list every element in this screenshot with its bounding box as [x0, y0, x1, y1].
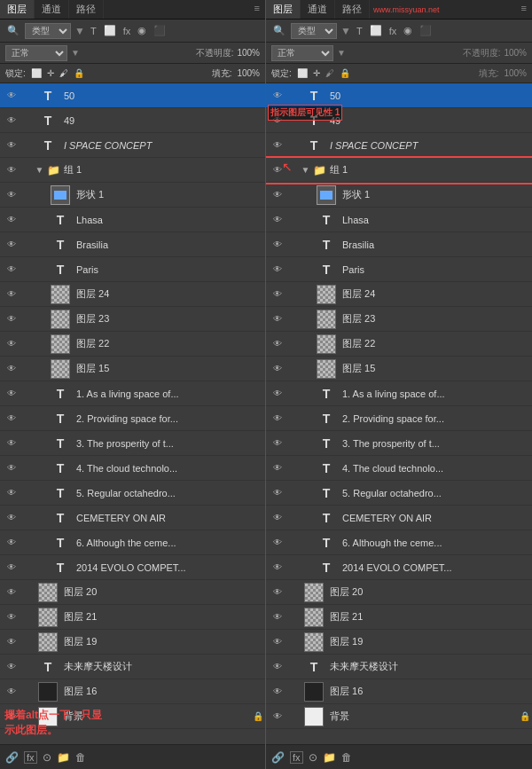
- layer-visibility-toggle[interactable]: 👁: [2, 314, 21, 324]
- layer-item[interactable]: 👁TParis: [266, 257, 532, 282]
- layer-visibility-toggle[interactable]: 👁: [2, 190, 21, 200]
- right-tool-fx[interactable]: fx: [387, 25, 399, 37]
- layer-visibility-toggle[interactable]: 👁: [2, 587, 21, 597]
- left-padlock-icon[interactable]: 🔒: [74, 68, 84, 78]
- layer-visibility-toggle[interactable]: 👁: [268, 662, 287, 671]
- layer-item[interactable]: 👁图层 22: [266, 332, 532, 357]
- right-brush-icon[interactable]: 🖌: [325, 68, 334, 78]
- layer-item[interactable]: 👁TBrasilia: [266, 232, 532, 257]
- layer-visibility-toggle[interactable]: 👁: [268, 339, 287, 349]
- layer-visibility-toggle[interactable]: 👁: [268, 90, 287, 100]
- layer-visibility-toggle[interactable]: 👁: [2, 562, 21, 572]
- right-footer-circle[interactable]: ⊙: [309, 751, 317, 764]
- layer-visibility-toggle[interactable]: 👁: [2, 662, 21, 671]
- right-tool-rect[interactable]: ⬜: [368, 24, 384, 37]
- layer-item[interactable]: 👁背景🔒: [0, 704, 265, 729]
- layer-visibility-toggle[interactable]: 👁: [268, 637, 287, 647]
- layer-item[interactable]: 👁背景🔒: [266, 704, 532, 729]
- left-move-icon[interactable]: ✛: [47, 68, 54, 78]
- layer-visibility-toggle[interactable]: 👁: [2, 612, 21, 622]
- group-expand-arrow[interactable]: ▼: [301, 165, 310, 175]
- left-tab-channels[interactable]: 通道: [35, 0, 69, 19]
- right-tool-T[interactable]: T: [355, 25, 364, 37]
- left-footer-link[interactable]: 🔗: [5, 751, 19, 764]
- left-brush-icon[interactable]: 🖌: [59, 68, 68, 78]
- layer-item[interactable]: 👁T2. Providing space for...: [0, 406, 265, 431]
- right-tab-layers[interactable]: 图层: [266, 0, 301, 19]
- layer-visibility-toggle[interactable]: 👁: [268, 513, 287, 522]
- layer-visibility-toggle[interactable]: 👁: [2, 687, 21, 696]
- layer-item[interactable]: 👁TBrasilia: [0, 232, 265, 257]
- layer-item[interactable]: 👁图层 19: [0, 630, 265, 655]
- layer-item[interactable]: 👁TLhasa: [266, 208, 532, 232]
- layer-visibility-toggle[interactable]: 👁: [2, 165, 21, 175]
- layer-visibility-toggle[interactable]: 👁: [268, 413, 287, 423]
- left-tool-rect[interactable]: ⬜: [102, 24, 118, 37]
- layer-visibility-toggle[interactable]: 👁: [2, 140, 21, 150]
- layer-item[interactable]: 👁图层 21: [0, 605, 265, 630]
- layer-item[interactable]: 👁T未来摩天楼设计: [266, 655, 532, 679]
- layer-visibility-toggle[interactable]: 👁: [268, 488, 287, 498]
- right-blend-mode[interactable]: 正常: [271, 45, 333, 61]
- layer-visibility-toggle[interactable]: 👁: [2, 90, 21, 100]
- right-tab-channels[interactable]: 通道: [301, 0, 335, 19]
- layer-visibility-toggle[interactable]: 👁: [2, 339, 21, 349]
- left-tool-fx[interactable]: fx: [121, 25, 133, 37]
- layer-visibility-toggle[interactable]: 👁: [2, 538, 21, 547]
- layer-item[interactable]: 👁图层 22: [0, 332, 265, 357]
- layer-item[interactable]: 👁形状 1: [0, 183, 265, 208]
- layer-item[interactable]: 👁图层 24: [266, 282, 532, 307]
- layer-item[interactable]: 👁T50: [266, 83, 532, 108]
- layer-item[interactable]: 👁图层 23: [0, 307, 265, 332]
- right-move-icon[interactable]: ✛: [313, 68, 320, 78]
- layer-visibility-toggle[interactable]: 👁: [268, 538, 287, 547]
- layer-visibility-toggle[interactable]: 👁: [2, 388, 21, 398]
- left-type-selector[interactable]: 类型: [25, 23, 71, 39]
- layer-visibility-toggle[interactable]: 👁: [268, 190, 287, 200]
- right-tool-square[interactable]: ⬛: [418, 24, 434, 37]
- left-tool-square[interactable]: ⬛: [152, 24, 168, 37]
- layer-item[interactable]: 👁图层 15: [266, 357, 532, 381]
- right-footer-fx[interactable]: fx: [290, 751, 303, 764]
- layer-visibility-toggle[interactable]: 👁: [268, 388, 287, 398]
- layer-item[interactable]: 👁图层 20: [0, 580, 265, 605]
- layer-item[interactable]: 👁T49: [0, 108, 265, 133]
- layer-item[interactable]: 👁T50: [0, 83, 265, 108]
- left-blend-mode[interactable]: 正常: [5, 45, 67, 61]
- layer-item[interactable]: 👁T3. The prosperity of t...: [266, 431, 532, 456]
- layer-visibility-toggle[interactable]: 👁: [2, 289, 21, 299]
- right-layers-list[interactable]: 👁T50👁T49👁TI SPACE CONCEPT👁▼📁组 1群组同样适用↖👁形…: [266, 83, 532, 744]
- layer-visibility-toggle[interactable]: 👁: [2, 463, 21, 473]
- layer-item[interactable]: 👁▼📁组 1: [0, 158, 265, 183]
- layer-visibility-toggle[interactable]: 👁: [268, 587, 287, 597]
- layer-item[interactable]: 👁图层 21: [266, 605, 532, 630]
- layer-visibility-toggle[interactable]: 👁: [2, 215, 21, 224]
- layer-item[interactable]: 👁T6. Although the ceme...: [266, 530, 532, 555]
- layer-visibility-toggle[interactable]: 👁: [2, 513, 21, 522]
- layer-item[interactable]: 👁▼📁组 1群组同样适用↖: [266, 158, 532, 183]
- layer-visibility-toggle[interactable]: 👁: [268, 215, 287, 224]
- layer-visibility-toggle[interactable]: 👁: [268, 289, 287, 299]
- right-lock-icon[interactable]: ⬜: [297, 68, 308, 78]
- right-footer-trash[interactable]: 🗑: [341, 751, 352, 764]
- layer-visibility-toggle[interactable]: 👁: [268, 314, 287, 324]
- layer-visibility-toggle[interactable]: 👁: [268, 438, 287, 448]
- left-tab-layers[interactable]: 图层: [0, 0, 35, 19]
- layer-item[interactable]: 👁图层 24: [0, 282, 265, 307]
- right-footer-link[interactable]: 🔗: [271, 751, 285, 764]
- left-footer-fx[interactable]: fx: [24, 751, 37, 764]
- layer-visibility-toggle[interactable]: 👁: [268, 264, 287, 274]
- layer-item[interactable]: 👁图层 16: [266, 679, 532, 704]
- layer-visibility-toggle[interactable]: 👁: [268, 239, 287, 249]
- layer-visibility-toggle[interactable]: 👁: [268, 687, 287, 696]
- layer-item[interactable]: 👁图层 20: [266, 580, 532, 605]
- layer-visibility-toggle[interactable]: 👁: [268, 612, 287, 622]
- group-expand-arrow[interactable]: ▼: [35, 165, 44, 175]
- layer-visibility-toggle[interactable]: 👁: [2, 637, 21, 647]
- left-footer-circle[interactable]: ⊙: [43, 751, 51, 764]
- layer-item[interactable]: 👁图层 16: [0, 679, 265, 704]
- layer-item[interactable]: 👁TLhasa: [0, 208, 265, 232]
- layer-visibility-toggle[interactable]: 👁: [2, 239, 21, 249]
- right-tab-paths[interactable]: 路径: [335, 0, 370, 19]
- layer-item[interactable]: 👁T5. Regular octahedro...: [266, 481, 532, 506]
